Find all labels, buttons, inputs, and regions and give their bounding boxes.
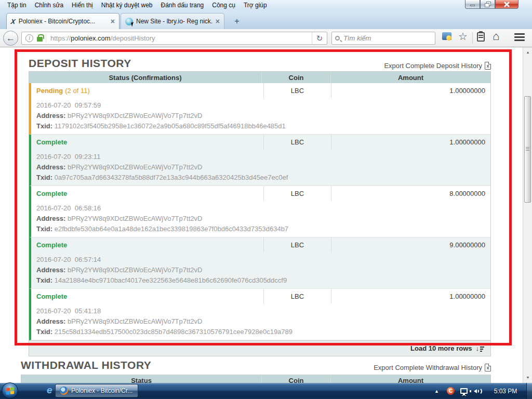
column-amount: Amount — [331, 375, 490, 383]
bookmark-star-icon[interactable]: ☆ — [458, 30, 468, 43]
export-file-icon: x — [485, 364, 491, 371]
load-more-icon: ↓ — [476, 345, 485, 352]
coin-cell: LBC — [264, 289, 331, 304]
minimize-button[interactable] — [465, 0, 480, 9]
column-status: Status (Confirmations) — [29, 72, 262, 83]
firefox-task-button[interactable]: Poloniex - Bitcoin/Cr... — [55, 384, 138, 397]
load-more-button[interactable]: Load 10 more rows — [410, 344, 472, 352]
close-button[interactable] — [495, 0, 518, 9]
firefox-icon — [60, 387, 68, 395]
menu-history[interactable]: Nhật ký duyệt web — [97, 0, 157, 10]
amount-cell: 1.00000000 — [331, 289, 490, 304]
back-button[interactable]: ← — [3, 31, 18, 46]
deposit-address: Address: bPRy2YW8q9XDctZBWoEcAWjVo7Tp7tt… — [31, 162, 490, 172]
deposit-datetime: 2016-07-20 09:23:11 — [31, 150, 490, 162]
deposit-row: Complete LBC 9.00000000 2016-07-20 06:57… — [29, 237, 490, 289]
deposit-address: Address: bPRy2YW8q9XDctZBWoEcAWjVo7Tp7tt… — [31, 214, 490, 224]
deposit-table-header: Status (Confirmations) Coin Amount — [29, 72, 490, 83]
tab-bar: X Poloniex - Bitcoin/Cryptoc... × New Si… — [0, 10, 532, 29]
hamburger-menu-icon[interactable] — [514, 33, 525, 43]
deposit-txid: Txid: 0a97c705aa7d66343278fa5b88df72e13a… — [31, 172, 490, 183]
ccleaner-tray-icon[interactable]: C — [447, 383, 455, 399]
coin-cell: LBC — [264, 83, 331, 98]
ssl-lock-icon[interactable] — [37, 37, 43, 42]
close-icon — [504, 2, 510, 7]
url-bar[interactable]: i https://poloniex.com/depositHistory ↻ — [21, 32, 327, 45]
amount-cell: 1.00000000 — [331, 83, 490, 98]
taskbar: e Poloniex - Bitcoin/Cr... ▲ C 5:03 PM — [0, 383, 532, 399]
export-deposit-label: Export Complete Deposit History — [384, 62, 482, 70]
minimize-icon — [470, 5, 475, 6]
deposit-txid: Txid: 1179102c3f5405b2958e1c36072e2a9b05… — [31, 121, 490, 131]
addon-icon[interactable] — [442, 32, 451, 40]
column-coin: Coin — [262, 375, 331, 383]
home-icon[interactable]: ⌂ — [493, 30, 499, 43]
column-amount: Amount — [331, 72, 490, 83]
taskbar-clock[interactable]: 5:03 PM — [490, 383, 521, 399]
new-tab-button[interactable]: + — [230, 15, 244, 28]
column-coin: Coin — [262, 72, 331, 83]
menu-edit[interactable]: Chỉnh sửa — [31, 0, 68, 10]
url-divider — [46, 34, 46, 43]
task-button-label: Poloniex - Bitcoin/Cr... — [71, 387, 132, 394]
internet-explorer-icon[interactable]: e — [47, 384, 52, 396]
reload-button[interactable]: ↻ — [312, 32, 327, 44]
deposit-txid: Txid: 215c58d1334edb517500c023dc85b7d489… — [31, 327, 490, 337]
menu-tools[interactable]: Công cụ — [208, 0, 240, 10]
menu-bookmarks[interactable]: Đánh dấu trang — [157, 0, 208, 10]
scroll-up-icon[interactable]: ▲ — [524, 48, 532, 57]
deposit-address: Address: bPRy2YW8q9XDctZBWoEcAWjVo7Tp7tt… — [31, 316, 490, 327]
reading-list-icon[interactable] — [477, 32, 485, 42]
volume-tray-icon[interactable] — [474, 383, 482, 399]
search-icon[interactable] — [335, 36, 340, 41]
page-content: DEPOSIT HISTORY Export Complete Deposit … — [0, 47, 523, 383]
menu-view[interactable]: Hiển thị — [68, 0, 97, 10]
status-text: Complete — [36, 241, 67, 249]
tab-close-icon[interactable]: × — [216, 18, 220, 24]
show-desktop-button[interactable] — [526, 383, 532, 399]
page-info-icon[interactable]: i — [25, 34, 33, 42]
window-controls — [465, 0, 518, 9]
search-input[interactable] — [343, 34, 421, 42]
tray-expand-icon[interactable]: ▲ — [434, 383, 439, 399]
deposit-row: Complete LBC 1.00000000 2016-07-20 05:41… — [29, 289, 490, 340]
status-text: Complete — [36, 138, 67, 146]
tab-lbry[interactable]: New Site - lbry.io- Reg nick... × — [121, 13, 224, 29]
export-withdrawal-link[interactable]: Export Complete Withdrawal History x — [374, 364, 491, 371]
poloniex-favicon-icon: X — [10, 18, 16, 25]
menu-help[interactable]: Trợ giúp — [240, 0, 271, 10]
withdrawal-history-title: WITHDRAWAL HISTORY — [21, 359, 151, 371]
deposit-datetime: 2016-07-20 06:57:14 — [31, 252, 490, 265]
deposit-table: Status (Confirmations) Coin Amount Pendi… — [29, 71, 491, 356]
export-file-icon: x — [485, 62, 491, 70]
restore-icon — [485, 2, 490, 7]
scroll-down-icon[interactable]: ▼ — [524, 374, 532, 382]
deposit-txid: Txid: 14a21884e4bc9710bacf4017ee322563e5… — [31, 275, 490, 286]
deposit-row: Complete LBC 1.00000000 2016-07-20 09:23… — [29, 135, 490, 186]
menu-file[interactable]: Tập tin — [3, 0, 31, 10]
vertical-scrollbar[interactable]: ▲ ▼ — [523, 47, 532, 383]
deposit-datetime: 2016-07-20 06:58:16 — [31, 201, 490, 214]
column-status: Status — [21, 375, 262, 383]
toolbar-divider — [472, 32, 473, 44]
browser-menubar: Tập tin Chỉnh sửa Hiển thị Nhật ký duyệt… — [0, 0, 532, 10]
export-deposit-link[interactable]: Export Complete Deposit History x — [384, 62, 491, 70]
tab-poloniex[interactable]: X Poloniex - Bitcoin/Cryptoc... × — [6, 13, 119, 29]
deposit-address: Address: bPRy2YW8q9XDctZBWoEcAWjVo7Tp7tt… — [31, 111, 490, 121]
deposit-row: Complete LBC 8.00000000 2016-07-20 06:58… — [29, 186, 490, 237]
network-tray-icon[interactable] — [460, 383, 468, 399]
deposit-datetime: 2016-07-20 09:57:59 — [31, 98, 490, 111]
status-text: Complete — [36, 190, 67, 197]
tab-close-icon[interactable]: × — [111, 18, 115, 24]
withdrawal-history-section: WITHDRAWAL HISTORY Export Complete Withd… — [21, 359, 491, 383]
deposit-history-section: DEPOSIT HISTORY Export Complete Deposit … — [29, 57, 491, 356]
start-button[interactable] — [2, 382, 18, 399]
amount-cell: 1.00000000 — [331, 135, 490, 150]
export-withdrawal-label: Export Complete Withdrawal History — [374, 364, 482, 371]
search-box[interactable] — [331, 32, 435, 45]
confirmations-text: (2 of 11) — [65, 87, 89, 95]
status-text: Complete — [36, 292, 67, 300]
restore-button[interactable] — [480, 0, 495, 9]
lbry-favicon-icon — [125, 18, 133, 25]
scrollbar-thumb[interactable] — [524, 96, 531, 203]
